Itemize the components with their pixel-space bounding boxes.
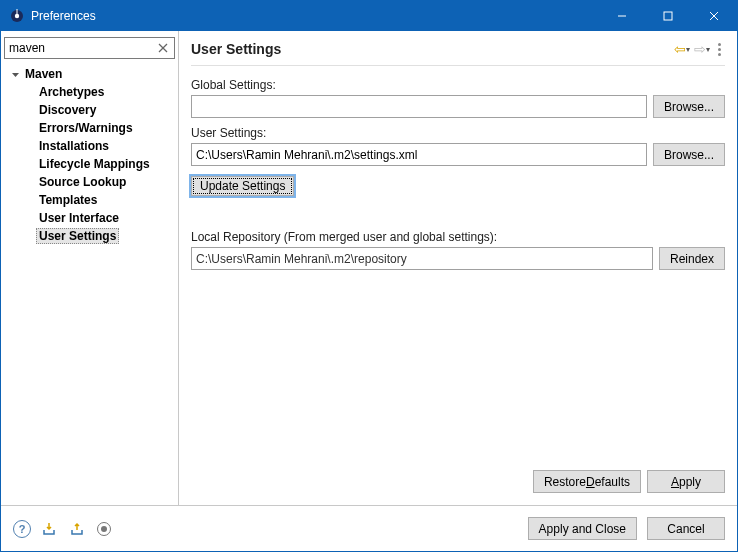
content-header: User Settings ⇦ ▾ ⇨ ▾: [179, 31, 737, 61]
restore-defaults-button[interactable]: Restore Defaults: [533, 470, 641, 493]
user-settings-input[interactable]: [191, 143, 647, 166]
tree-item-user-interface[interactable]: User Interface: [4, 209, 175, 227]
tree-item-label: User Interface: [39, 211, 119, 225]
search-wrap: [4, 37, 175, 59]
update-settings-button[interactable]: Update Settings: [191, 176, 294, 196]
svg-rect-4: [664, 12, 672, 20]
sidebar: Maven Archetypes Discovery Errors/Warnin…: [1, 31, 179, 505]
clear-filter-icon[interactable]: [155, 40, 171, 56]
minimize-button[interactable]: [599, 1, 645, 31]
tree-item-label: Templates: [39, 193, 97, 207]
arrow-left-icon: ⇦: [674, 41, 686, 57]
import-icon[interactable]: [41, 520, 59, 538]
filter-input[interactable]: [4, 37, 175, 59]
browse-global-button[interactable]: Browse...: [653, 95, 725, 118]
view-menu-button[interactable]: [714, 43, 725, 56]
form: Global Settings: Browse... User Settings…: [179, 66, 737, 270]
export-icon[interactable]: [69, 520, 87, 538]
app-icon: [9, 8, 25, 24]
tree-item-label: Lifecycle Mappings: [39, 157, 150, 171]
tree-item-templates[interactable]: Templates: [4, 191, 175, 209]
cancel-button[interactable]: Cancel: [647, 517, 725, 540]
tree-item-label: Maven: [25, 67, 62, 81]
dropdown-icon: ▾: [706, 45, 710, 54]
tree-item-label: Errors/Warnings: [39, 121, 133, 135]
browse-user-button[interactable]: Browse...: [653, 143, 725, 166]
svg-point-1: [15, 14, 19, 18]
apply-and-close-button[interactable]: Apply and Close: [528, 517, 637, 540]
tree-item-lifecycle-mappings[interactable]: Lifecycle Mappings: [4, 155, 175, 173]
maximize-button[interactable]: [645, 1, 691, 31]
preference-tree: Maven Archetypes Discovery Errors/Warnin…: [4, 63, 175, 501]
apply-button[interactable]: Apply: [647, 470, 725, 493]
arrow-right-icon: ⇨: [694, 41, 706, 57]
tree-item-label: Discovery: [39, 103, 96, 117]
tree-item-label: Installations: [39, 139, 109, 153]
body: Maven Archetypes Discovery Errors/Warnin…: [1, 31, 737, 505]
reindex-button[interactable]: Reindex: [659, 247, 725, 270]
local-repo-input[interactable]: [191, 247, 653, 270]
tree-item-installations[interactable]: Installations: [4, 137, 175, 155]
tree-item-source-lookup[interactable]: Source Lookup: [4, 173, 175, 191]
tree-item-user-settings[interactable]: User Settings: [4, 227, 175, 245]
content-pane: User Settings ⇦ ▾ ⇨ ▾ Global Settings: B…: [179, 31, 737, 505]
tree-item-archetypes[interactable]: Archetypes: [4, 83, 175, 101]
close-button[interactable]: [691, 1, 737, 31]
oomph-record-icon[interactable]: [97, 522, 111, 536]
tree-item-maven[interactable]: Maven: [4, 65, 175, 83]
svg-rect-2: [16, 9, 18, 14]
header-toolbar: ⇦ ▾ ⇨ ▾: [674, 41, 725, 57]
window-title: Preferences: [31, 9, 599, 23]
tree-item-label: User Settings: [39, 229, 116, 243]
footer: ? Apply and Close Cancel: [1, 505, 737, 551]
tree-item-label: Source Lookup: [39, 175, 126, 189]
local-repo-label: Local Repository (From merged user and g…: [191, 230, 725, 244]
window-controls: [599, 1, 737, 31]
help-icon[interactable]: ?: [13, 520, 31, 538]
tree-item-label: Archetypes: [39, 85, 104, 99]
global-settings-input[interactable]: [191, 95, 647, 118]
user-settings-label: User Settings:: [191, 126, 725, 140]
nav-forward-button[interactable]: ⇨ ▾: [694, 41, 710, 57]
page-title: User Settings: [191, 41, 674, 57]
nav-back-button[interactable]: ⇦ ▾: [674, 41, 690, 57]
titlebar: Preferences: [1, 1, 737, 31]
dropdown-icon: ▾: [686, 45, 690, 54]
global-settings-label: Global Settings:: [191, 78, 725, 92]
tree-item-discovery[interactable]: Discovery: [4, 101, 175, 119]
page-actions: Restore Defaults Apply: [179, 462, 737, 505]
preferences-window: Preferences Maven Archetyp: [0, 0, 738, 552]
chevron-down-icon: [8, 70, 22, 79]
tree-item-errors-warnings[interactable]: Errors/Warnings: [4, 119, 175, 137]
